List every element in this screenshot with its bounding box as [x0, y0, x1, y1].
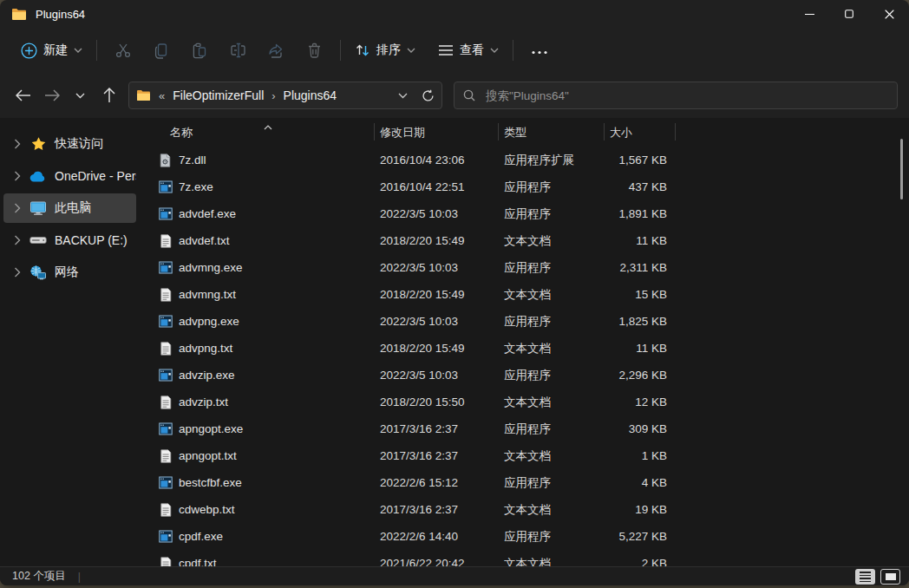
ellipsis-icon — [531, 50, 548, 55]
expand-chevron-icon[interactable] — [10, 139, 24, 149]
table-row[interactable]: advmng.txt2018/2/20 15:49文本文档15 KB — [140, 281, 909, 308]
address-bar[interactable]: « FileOptimizerFull › Plugins64 — [128, 82, 442, 109]
view-button-label: 查看 — [460, 42, 484, 58]
file-size: 5,227 KB — [573, 523, 667, 550]
table-row[interactable]: cdwebp.txt2017/3/16 2:37文本文档19 KB — [140, 496, 909, 523]
column-divider[interactable] — [498, 123, 499, 140]
toolbar-divider — [96, 40, 97, 61]
breadcrumb-item[interactable]: FileOptimizerFull — [173, 88, 264, 102]
sidebar-item-2[interactable]: OneDrive - Personal — [3, 161, 136, 191]
details-view-icon — [860, 572, 871, 582]
table-row[interactable]: advmng.exe2022/3/5 10:03应用程序2,311 KB — [140, 254, 909, 281]
forward-button[interactable] — [37, 82, 66, 110]
titlebar: Plugins64 — [0, 0, 909, 28]
address-dropdown-button[interactable] — [398, 93, 408, 99]
file-type: 文本文档 — [504, 442, 551, 469]
table-row[interactable]: advdef.txt2018/2/20 15:49文本文档11 KB — [140, 227, 909, 254]
table-row[interactable]: bestcfbf.exe2022/2/6 15:12应用程序4 KB — [140, 469, 909, 496]
file-size: 2,296 KB — [573, 362, 667, 389]
paste-button[interactable] — [180, 35, 219, 66]
arrow-right-icon — [44, 89, 60, 101]
table-row[interactable]: 7z.exe2016/10/4 22:51应用程序437 KB — [140, 173, 909, 200]
expand-chevron-icon[interactable] — [10, 171, 24, 181]
txt-file-icon — [158, 389, 173, 415]
close-button[interactable] — [869, 0, 909, 28]
exe-file-icon — [158, 523, 173, 550]
sidebar-item-4[interactable]: BACKUP (E:) — [3, 225, 136, 255]
large-icons-view-toggle[interactable] — [880, 569, 900, 585]
search-icon — [463, 89, 475, 101]
table-row[interactable]: apngopt.exe2017/3/16 2:37应用程序309 KB — [140, 415, 909, 442]
column-header-name[interactable]: 名称 — [170, 125, 193, 140]
sidebar-item-3[interactable]: 此电脑 — [3, 193, 136, 223]
view-button[interactable]: 查看 — [431, 37, 506, 63]
back-button[interactable] — [9, 82, 37, 110]
expand-chevron-icon[interactable] — [10, 203, 24, 213]
breadcrumb-separator[interactable]: › — [271, 89, 275, 102]
breadcrumb-item[interactable]: Plugins64 — [284, 88, 337, 102]
file-date-modified: 2021/6/22 20:42 — [380, 550, 465, 566]
file-name: advpng.txt — [179, 335, 232, 362]
column-divider[interactable] — [604, 123, 605, 140]
file-type: 文本文档 — [504, 335, 551, 362]
file-type: 应用程序 — [504, 200, 551, 227]
table-row[interactable]: cpdf.txt2021/6/22 20:42文本文档2 KB — [140, 550, 909, 566]
breadcrumb-collapsed[interactable]: « — [159, 89, 165, 102]
file-type: 文本文档 — [504, 496, 551, 523]
search-input[interactable] — [484, 88, 888, 103]
table-row[interactable]: advzip.exe2022/3/5 10:03应用程序2,296 KB — [140, 362, 909, 389]
chevron-down-icon — [74, 48, 82, 53]
table-row[interactable]: apngopt.txt2017/3/16 2:37文本文档1 KB — [140, 442, 909, 469]
table-row[interactable]: advzip.txt2018/2/20 15:50文本文档12 KB — [140, 389, 909, 415]
minimize-button[interactable] — [789, 0, 829, 28]
table-row[interactable]: advpng.txt2018/2/20 15:49文本文档11 KB — [140, 335, 909, 362]
chevron-down-icon — [490, 48, 499, 53]
toolbar-divider — [340, 40, 341, 61]
cut-icon — [114, 42, 132, 59]
file-type: 应用程序扩展 — [504, 147, 574, 173]
table-row[interactable]: advdef.exe2022/3/5 10:03应用程序1,891 KB — [140, 200, 909, 227]
drive-icon — [29, 232, 47, 249]
sidebar-item-1[interactable]: 快速访问 — [3, 129, 136, 159]
maximize-button[interactable] — [829, 0, 869, 28]
column-header-type[interactable]: 类型 — [504, 125, 526, 140]
statusbar-divider: | — [78, 571, 81, 583]
column-divider[interactable] — [675, 123, 676, 140]
recent-locations-button[interactable] — [66, 82, 95, 110]
file-rows: 7z.dll2016/10/4 23:06应用程序扩展1,567 KB7z.ex… — [140, 147, 909, 566]
sidebar-item-label: 快速访问 — [55, 136, 103, 152]
more-options-button[interactable] — [520, 39, 559, 62]
search-box[interactable] — [454, 82, 898, 109]
table-row[interactable]: 7z.dll2016/10/4 23:06应用程序扩展1,567 KB — [140, 147, 909, 173]
vertical-scrollbar[interactable] — [900, 139, 903, 199]
file-size: 11 KB — [573, 335, 667, 362]
expand-chevron-icon[interactable] — [10, 267, 24, 278]
computer-icon — [29, 199, 47, 217]
details-view-toggle[interactable] — [855, 569, 875, 585]
refresh-button[interactable] — [422, 89, 435, 102]
file-type: 文本文档 — [504, 281, 551, 308]
sidebar-item-5[interactable]: 网络 — [3, 258, 136, 287]
column-header-size[interactable]: 大小 — [610, 125, 632, 140]
up-button[interactable] — [95, 82, 123, 110]
expand-chevron-icon[interactable] — [10, 235, 24, 245]
rename-button[interactable] — [219, 35, 257, 66]
column-header-date[interactable]: 修改日期 — [380, 125, 425, 140]
table-row[interactable]: advpng.exe2022/3/5 10:03应用程序1,825 KB — [140, 308, 909, 335]
file-type: 文本文档 — [504, 550, 551, 566]
copy-button[interactable] — [142, 35, 180, 66]
share-button[interactable] — [257, 35, 295, 66]
column-divider[interactable] — [374, 123, 375, 140]
large-icons-view-icon — [886, 573, 896, 580]
new-button[interactable]: 新建 — [14, 37, 89, 64]
file-date-modified: 2016/10/4 22:51 — [380, 173, 465, 200]
file-name: advdef.txt — [179, 227, 230, 254]
rename-icon — [229, 42, 247, 59]
arrow-up-icon — [103, 88, 115, 103]
table-row[interactable]: cpdf.exe2022/2/6 14:40应用程序5,227 KB — [140, 523, 909, 550]
file-size: 12 KB — [573, 389, 667, 415]
sort-button[interactable]: 排序 — [348, 37, 422, 63]
file-name: advpng.exe — [179, 308, 239, 335]
delete-button[interactable] — [295, 35, 333, 66]
cut-button[interactable] — [104, 35, 142, 66]
